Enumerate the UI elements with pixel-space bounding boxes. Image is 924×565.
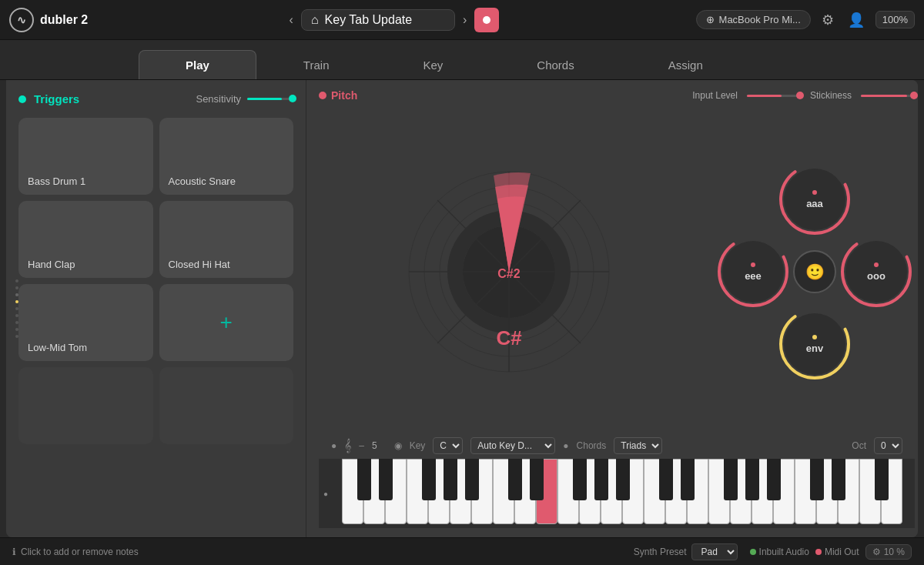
status-right: Inbuilt Audio Midi Out ⚙ 10 % — [750, 544, 912, 560]
key-label: Key — [410, 440, 426, 451]
settings-button[interactable]: ⚙ — [819, 8, 837, 32]
status-bar: ℹ Click to add or remove notes Synth Pre… — [0, 537, 924, 565]
triggers-dot — [18, 95, 26, 103]
right-header: Pitch Input Level Stickiness — [319, 89, 915, 102]
black-key-as1[interactable] — [465, 459, 479, 500]
panel-title: Triggers — [34, 92, 79, 105]
side-dots — [15, 279, 18, 338]
synth-preset-label: Synth Preset — [634, 547, 687, 557]
nav-forward-button[interactable]: › — [458, 10, 471, 30]
status-info-text: Click to add or remove notes — [21, 547, 139, 557]
main-wrapper: Triggers Sensitivity Bass Drum 1 Acousti… — [0, 80, 924, 537]
svg-point-0 — [483, 16, 490, 24]
chords-select[interactable]: Triads — [614, 437, 662, 454]
tab-assign[interactable]: Assign — [621, 50, 750, 79]
app-name: dubler 2 — [40, 13, 88, 27]
record-button[interactable] — [474, 8, 499, 32]
piano-keyboard — [342, 459, 902, 524]
pad-closed-hi-hat[interactable]: Closed Hi Hat — [159, 201, 294, 278]
black-key-ds1[interactable] — [379, 459, 393, 500]
stickiness-label: Stickiness — [810, 90, 852, 101]
knob-ooo[interactable]: ooo — [845, 241, 907, 303]
black-key-as3[interactable] — [767, 459, 781, 500]
pad-low-mid-tom[interactable]: Low-Mid Tom — [18, 284, 153, 361]
pad-bass-drum[interactable]: Bass Drum 1 — [18, 118, 153, 195]
preset-select[interactable]: Pad — [691, 543, 738, 560]
logo-icon: ∿ — [9, 8, 34, 32]
pad-blank-1 — [18, 367, 153, 444]
oct-select[interactable]: 0 — [874, 437, 902, 454]
sensitivity-row: Sensitivity — [196, 93, 293, 105]
gear-icon: ⚙ — [872, 547, 881, 557]
pad-blank-2 — [159, 367, 294, 444]
chords-label: Chords — [577, 440, 607, 451]
stickiness-slider[interactable] — [861, 95, 915, 97]
tab-play[interactable]: Play — [139, 50, 256, 79]
tab-key[interactable]: Key — [376, 50, 490, 79]
midi-out-indicator: Midi Out — [815, 547, 859, 557]
profile-button[interactable]: 👤 — [845, 8, 868, 32]
piano-side-dot: ● — [323, 490, 328, 498]
black-key-gs3[interactable] — [745, 459, 759, 500]
black-key-gs2[interactable] — [594, 459, 608, 500]
volume-badge[interactable]: ⚙ 10 % — [865, 544, 912, 560]
left-panel: Triggers Sensitivity Bass Drum 1 Acousti… — [6, 80, 306, 537]
knob-env[interactable]: env — [784, 313, 845, 375]
piano-divider: – — [359, 440, 364, 451]
tab-chords[interactable]: Chords — [490, 50, 621, 79]
black-key-fs4[interactable] — [875, 459, 889, 500]
black-key-ds3[interactable] — [681, 459, 695, 500]
right-panel: Pitch Input Level Stickiness — [306, 80, 918, 537]
black-key-fs1[interactable] — [422, 459, 436, 500]
black-key-fs3[interactable] — [724, 459, 738, 500]
tab-train[interactable]: Train — [256, 50, 377, 79]
knob-aaa[interactable]: aaa — [784, 169, 845, 230]
inbuilt-audio-dot — [750, 549, 756, 555]
black-key-as2[interactable] — [616, 459, 630, 500]
top-bar: ∿ dubler 2 ‹ ⌂ Key Tab Update › ⊕ MacBoo… — [0, 0, 924, 40]
key-select[interactable]: C — [433, 437, 463, 454]
pitch-wheel-area: C# C#2 — [319, 109, 699, 434]
midi-out-dot — [815, 549, 822, 555]
pad-acoustic-snare[interactable]: Acoustic Snare — [159, 118, 294, 195]
right-controls: Input Level Stickiness — [692, 90, 915, 101]
piano-number: 5 — [372, 440, 377, 451]
black-key-ds4[interactable] — [832, 459, 845, 500]
svg-point-16 — [781, 310, 849, 378]
pitch-wheel[interactable]: C# C#2 — [401, 164, 617, 379]
knob-eee[interactable]: eee — [722, 241, 784, 303]
input-level-slider[interactable] — [747, 95, 801, 97]
piano-keys-wrapper: ● — [319, 459, 915, 528]
triggers-grid: Bass Drum 1 Acoustic Snare Hand Clap Clo… — [18, 118, 293, 444]
home-icon: ⌂ — [311, 13, 319, 27]
black-key-ds2[interactable] — [530, 459, 544, 500]
synth-preset: Synth Preset Pad — [634, 543, 738, 560]
midi-out-label: Midi Out — [825, 547, 859, 557]
device-selector[interactable]: ⊕ MacBook Pro Mi... — [696, 10, 811, 29]
black-key-cs4[interactable] — [810, 459, 824, 500]
svg-point-15 — [842, 238, 910, 306]
inbuilt-audio-label: Inbuilt Audio — [759, 547, 809, 557]
oct-label: Oct — [852, 440, 866, 451]
svg-text:C#: C# — [496, 326, 522, 349]
black-key-cs1[interactable] — [357, 459, 371, 500]
knob-face[interactable]: 🙂 — [793, 250, 836, 293]
device-name: MacBook Pro Mi... — [719, 14, 801, 25]
pad-hand-clap[interactable]: Hand Clap — [18, 201, 153, 278]
svg-point-13 — [781, 165, 849, 233]
main-content: Triggers Sensitivity Bass Drum 1 Acousti… — [6, 80, 918, 537]
pad-add[interactable]: + — [159, 284, 294, 361]
tuning-icon: 𝄞 — [344, 439, 351, 453]
inbuilt-audio-indicator: Inbuilt Audio — [750, 547, 809, 557]
top-right: ⊕ MacBook Pro Mi... ⚙ 👤 100% — [696, 8, 915, 32]
status-left: ℹ Click to add or remove notes — [12, 547, 621, 557]
nav-back-button[interactable]: ‹ — [285, 10, 298, 30]
project-name-bar: ⌂ Key Tab Update — [301, 9, 455, 31]
piano-dot: ● — [331, 440, 336, 451]
black-key-cs2[interactable] — [508, 459, 522, 500]
mode-select[interactable]: Auto Key D... — [470, 437, 555, 454]
black-key-gs1[interactable] — [444, 459, 457, 500]
black-key-cs3[interactable] — [659, 459, 673, 500]
black-key-fs2[interactable] — [573, 459, 587, 500]
sensitivity-slider[interactable] — [247, 98, 293, 100]
